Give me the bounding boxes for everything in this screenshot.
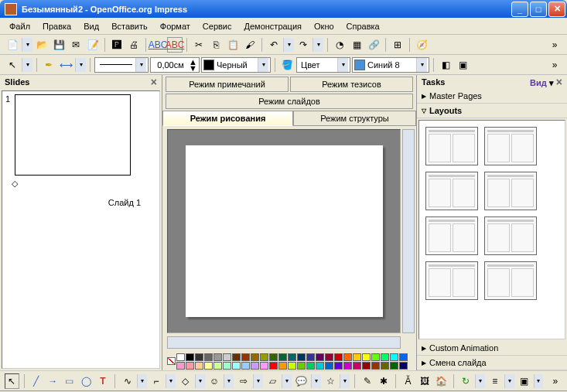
brush-icon[interactable]: 🖌 [242,37,258,53]
color-swatch[interactable] [343,362,352,370]
fill-bucket-icon[interactable]: 🪣 [279,57,295,73]
color-swatch[interactable] [232,353,241,361]
horizontal-scrollbar[interactable] [167,336,401,349]
arrange-icon[interactable]: ▣ [517,373,531,389]
color-swatch[interactable] [241,362,250,370]
flowchart-tool-icon[interactable]: ▱ [265,373,280,389]
color-swatch[interactable] [213,353,222,361]
text-tool-icon[interactable]: T [96,373,111,389]
layout-thumb[interactable] [425,261,478,300]
layout-thumb[interactable] [425,127,478,165]
redo-icon[interactable]: ↷ [295,37,311,53]
autocheck-icon[interactable]: ABC [167,37,183,53]
close-button[interactable]: ✕ [548,2,565,17]
menu-демонстрация[interactable]: Демонстрация [238,19,309,33]
edit-icon[interactable]: 📝 [85,37,101,53]
color-swatch[interactable] [353,362,361,370]
tasks-view-link[interactable]: Вид [530,78,547,87]
toolbar-overflow-icon[interactable]: » [547,57,562,73]
color-swatch[interactable] [241,353,250,361]
color-swatch[interactable] [306,362,315,370]
color-swatch[interactable] [334,353,343,361]
color-swatch[interactable] [288,353,296,361]
toolbar-overflow-icon[interactable]: » [547,37,562,53]
slide-thumbnail[interactable]: 1 [5,94,156,176]
toolbar-overflow-icon[interactable]: » [548,373,562,389]
color-swatch[interactable] [306,353,315,361]
chart-icon[interactable]: ◔ [332,37,347,53]
layout-thumb[interactable] [484,216,537,255]
rotate-icon[interactable]: ↻ [459,373,473,389]
color-swatch[interactable] [381,353,389,361]
arrow-style-icon[interactable]: ✒ [41,57,56,73]
section-custom-animation[interactable]: ▶Custom Animation [417,341,567,356]
line-ends-icon[interactable]: ⟷ [58,57,73,73]
undo-icon[interactable]: ↶ [266,37,282,53]
color-swatch[interactable] [278,362,287,370]
slide-canvas[interactable] [186,145,383,318]
minimize-button[interactable]: _ [511,2,528,17]
ellipse-tool-icon[interactable]: ◯ [79,373,94,389]
color-swatch[interactable] [204,353,213,361]
arrows-tool-icon[interactable]: ⇨ [236,373,251,389]
line-width-input[interactable]: 0,00см ▲▼ [150,57,200,73]
new-doc-icon[interactable]: 📄 [5,37,20,53]
color-swatch[interactable] [325,362,333,370]
color-swatch[interactable] [399,362,408,370]
menu-окно[interactable]: Окно [308,19,340,33]
color-swatch[interactable] [381,362,389,370]
color-swatch[interactable] [390,353,398,361]
new-doc-dropdown[interactable]: ▾ [22,38,32,52]
layout-thumb[interactable] [425,172,478,210]
tab-drawing[interactable]: Режим рисования [162,111,293,126]
fill-method-select[interactable]: Цвет ▾ [296,57,350,73]
color-swatch[interactable] [195,362,203,370]
menu-сервис[interactable]: Сервис [196,19,238,33]
color-swatch[interactable] [195,353,203,361]
select-tool-icon[interactable]: ↖ [5,373,19,389]
tab-slides[interactable]: Режим слайдов [166,94,413,109]
color-swatch[interactable] [223,362,231,370]
layout-thumb[interactable] [425,216,478,255]
color-swatch[interactable] [343,353,352,361]
section-layouts[interactable]: ▽Layouts [417,104,567,118]
layout-thumb[interactable] [484,172,537,210]
glue-tool-icon[interactable]: ✱ [377,373,391,389]
menu-правка[interactable]: Правка [36,19,77,33]
shadow-icon[interactable]: ◧ [438,57,453,73]
color-swatch[interactable] [316,353,324,361]
fontwork-icon[interactable]: Ă [401,373,415,389]
close-icon[interactable]: × [151,76,157,88]
navigator-icon[interactable]: 🧭 [414,37,429,53]
tab-notes[interactable]: Режим примечаний [166,77,289,92]
paste-icon[interactable]: 📋 [225,37,241,53]
menu-формат[interactable]: Формат [154,19,196,33]
color-swatch[interactable] [186,362,194,370]
callout-tool-icon[interactable]: 💬 [294,373,309,389]
rect-tool-icon[interactable]: ▭ [63,373,77,389]
mail-icon[interactable]: ✉ [68,37,84,53]
hyperlink-icon[interactable]: 🔗 [366,37,381,53]
color-swatch[interactable] [251,353,259,361]
color-swatch[interactable] [260,353,268,361]
undo-dropdown[interactable]: ▾ [283,38,294,52]
open-icon[interactable]: 📂 [34,37,50,53]
save-icon[interactable]: 💾 [51,37,67,53]
line-color-select[interactable]: Черный ▾ [201,57,271,73]
no-color-swatch[interactable] [167,357,176,365]
color-swatch[interactable] [288,362,296,370]
color-swatch[interactable] [176,362,185,370]
color-swatch[interactable] [251,362,259,370]
section-slide-transition[interactable]: ▶Смена слайда [417,356,567,370]
color-swatch[interactable] [399,353,408,361]
insert-image-icon[interactable]: 🖼 [418,373,432,389]
curve-tool-icon[interactable]: ∿ [120,373,135,389]
tasks-view-dropdown[interactable]: ▾ [549,78,556,87]
color-swatch[interactable] [278,353,287,361]
pdf-icon[interactable]: 🅿 [109,37,125,53]
color-swatch[interactable] [334,362,343,370]
shapes-tool-icon[interactable]: ◇ [178,373,193,389]
tab-structure[interactable]: Режим структуры [293,111,416,126]
color-swatch[interactable] [223,353,231,361]
color-swatch[interactable] [297,362,306,370]
